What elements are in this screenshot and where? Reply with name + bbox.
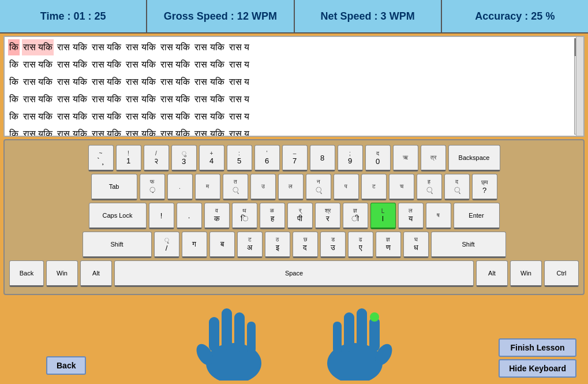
key-5[interactable]: :5 [227,145,252,172]
key-z[interactable]: ृ/ [154,232,179,258]
back-button[interactable]: Back [46,356,86,375]
key-c[interactable]: ब [209,232,235,258]
scrollbar-thumb[interactable] [575,39,582,56]
key-slash[interactable]: घध [403,232,429,258]
text-chunk-5-3: रास यकि [91,126,122,137]
keyboard-row-5: Back Win Alt Space Alt Win Ctrl [9,260,579,287]
key-h[interactable]: र्पी [287,203,313,229]
key-q[interactable]: फ़ [140,174,165,200]
text-chunk-4-5: रास यकि [159,109,191,125]
key-t[interactable]: उ [250,174,276,200]
key-p[interactable]: च [389,174,414,200]
gross-unit: WPM [252,10,277,23]
key-caps-lock[interactable]: Caps Lock [89,203,147,229]
key-alt-right[interactable]: Alt [476,260,508,287]
key-comma[interactable]: ढए [348,232,373,258]
key-7[interactable]: –7 [282,145,308,172]
typing-text-area: किरास यकिरास यकिरास यकिरास यकिरास यकिरास… [3,36,585,137]
text-chunk-0-0: कि [8,39,20,55]
key-i[interactable]: प [334,174,359,200]
text-chunk-0-4: रास यकि [125,39,156,55]
key-s[interactable]: . [177,203,202,229]
key-l[interactable]: Ll [370,203,396,229]
key-backspace[interactable]: Backspace [448,145,500,172]
key-enter[interactable]: Enter [454,203,500,229]
key-space[interactable]: Space [114,260,474,287]
gross-speed-stat: Gross Speed : 12 WPM [147,0,294,32]
key-8[interactable]: 8 [310,145,335,172]
text-chunk-2-2: रास यकि [56,74,88,90]
key-d[interactable]: वक [204,203,230,229]
gross-label: Gross Speed : 12 [164,10,249,23]
key-w[interactable]: . [167,174,193,200]
key-k[interactable]: ज्ञी [343,203,368,229]
key-4[interactable]: +4 [199,145,224,172]
left-hand [196,300,271,381]
key-backslash[interactable]: छ्य? [472,174,497,200]
net-unit: WPM [389,10,415,23]
bottom-area: Back [0,299,588,381]
key-tab[interactable]: Tab [91,174,137,200]
scrollbar[interactable] [574,38,582,135]
key-j[interactable]: श्रर [315,203,340,229]
text-chunk-2-7: रास य [228,74,250,90]
key-m[interactable]: डउ [320,232,346,258]
key-b[interactable]: ठइ [265,232,290,258]
key-e[interactable]: म [195,174,220,200]
key-9[interactable]: ;9 [338,145,363,172]
key-6[interactable]: '6 [254,145,280,172]
text-chunk-5-0: कि [8,126,20,137]
text-line-0: किरास यकिरास यकिरास यकिरास यकिरास यकिरास… [8,39,580,55]
key-minus[interactable]: ऋ [393,145,418,172]
text-chunk-5-1: रास यकि [22,126,54,137]
key-semicolon[interactable]: लय [398,203,424,229]
key-2[interactable]: /२ [144,145,169,172]
key-win-right[interactable]: Win [510,260,542,287]
key-equals[interactable]: त्र [421,145,446,172]
time-label: Time : [40,10,71,23]
text-chunk-4-1: रास यकि [22,109,54,125]
key-1[interactable]: !1 [116,145,141,172]
text-chunk-2-6: रास यकि [193,74,225,90]
finish-lesson-button[interactable]: Finish Lesson [499,338,576,357]
text-chunk-5-6: रास यकि [193,126,225,137]
text-chunk-1-1: रास यकि [22,57,54,73]
key-0[interactable]: द0 [365,145,391,172]
back-button-container: Back [46,356,86,375]
key-f[interactable]: थि [232,203,257,229]
key-alt-left[interactable]: Alt [80,260,112,287]
key-win-left[interactable]: Win [46,260,78,287]
text-chunk-2-5: रास यकि [159,74,191,90]
text-chunk-0-5: रास यकि [159,39,191,55]
key-period[interactable]: ज्ञण [376,232,401,258]
key-g[interactable]: ळह [260,203,285,229]
key-backtick[interactable]: ~` ¸ [88,145,114,172]
keyboard-row-2: Tab फ़ . म त् उ ल न् प ट च ह् द् छ्य? [9,174,579,200]
key-shift-right[interactable]: Shift [431,232,506,258]
key-bracket-left[interactable]: ह् [417,174,442,200]
key-shift-left[interactable]: Shift [83,232,152,258]
key-ctrl-right[interactable]: Ctrl [544,260,579,287]
keyboard-row-1: ~` ¸ !1 /२ ु3 +4 :5 '6 –7 8 ;9 द0 ऋ त्र … [9,145,579,172]
key-y[interactable]: ल [278,174,304,200]
key-ctrl-left[interactable]: Back [9,260,44,287]
text-chunk-5-4: रास यकि [125,126,156,137]
text-chunk-4-6: रास यकि [193,109,225,125]
text-chunk-2-4: रास यकि [125,74,156,90]
text-chunk-0-2: रास यकि [56,39,88,55]
hide-keyboard-button[interactable]: Hide Keyboard [499,359,576,378]
key-quote[interactable]: ष [426,203,451,229]
right-buttons: Finish Lesson Hide Keyboard [499,338,576,378]
text-chunk-0-3: रास यकि [91,39,122,55]
key-x[interactable]: ग [182,232,207,258]
key-v[interactable]: टअ [237,232,263,258]
net-label: Net Speed : 3 [321,10,387,23]
text-chunk-1-5: रास यकि [159,57,191,73]
key-a[interactable]: ! [149,203,174,229]
key-3[interactable]: ु3 [171,145,197,172]
key-n[interactable]: छद [293,232,318,258]
key-r[interactable]: त् [223,174,248,200]
key-u[interactable]: न् [306,174,331,200]
key-bracket-right[interactable]: द् [444,174,470,200]
key-o[interactable]: ट [361,174,387,200]
